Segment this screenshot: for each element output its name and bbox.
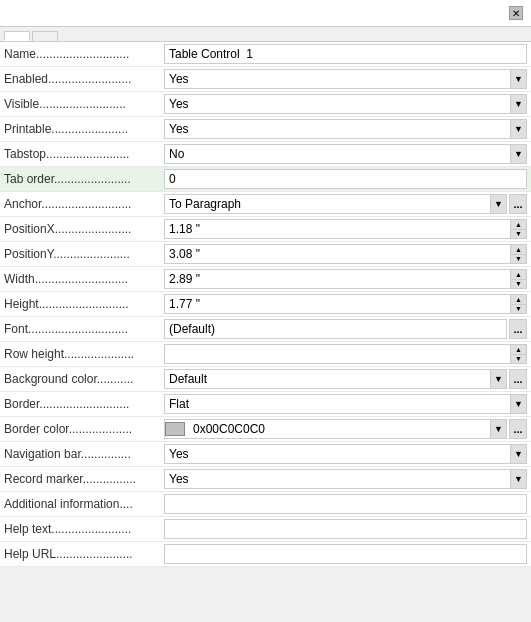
dropdown-field[interactable]: Default▼ — [164, 369, 507, 389]
prop-value-cell: To Paragraph▼... — [160, 192, 531, 217]
prop-label: Additional information.... — [0, 492, 160, 517]
ellipsis-button[interactable]: ... — [509, 369, 527, 389]
tab-general[interactable] — [4, 31, 30, 41]
table-row: Border...........................Flat▼ — [0, 392, 531, 417]
spin-down-button[interactable]: ▼ — [511, 280, 526, 289]
prop-value-cell: Yes▼ — [160, 467, 531, 492]
table-row: Help text........................ — [0, 517, 531, 542]
plain-text-input[interactable] — [164, 544, 527, 564]
dropdown-arrow-icon[interactable]: ▼ — [490, 195, 506, 213]
prop-label: PositionX....................... — [0, 217, 160, 242]
table-row: Navigation bar...............Yes▼ — [0, 442, 531, 467]
dropdown-field[interactable]: Yes▼ — [164, 444, 527, 464]
spin-value: 1.77 " — [165, 295, 510, 313]
color-value-text: 0x00C0C0C0 — [189, 422, 490, 436]
dropdown-arrow-icon[interactable]: ▼ — [510, 145, 526, 163]
spin-field[interactable]: 3.08 "▲▼ — [164, 244, 527, 264]
dropdown-field[interactable]: No▼ — [164, 144, 527, 164]
table-row: Height...........................1.77 "▲… — [0, 292, 531, 317]
prop-label: Record marker................ — [0, 467, 160, 492]
ellipsis-button[interactable]: ... — [509, 194, 527, 214]
close-button[interactable]: ✕ — [509, 6, 523, 20]
table-row: Additional information.... — [0, 492, 531, 517]
table-row: Visible..........................Yes▼ — [0, 92, 531, 117]
tabs-container — [0, 27, 531, 42]
prop-label: Name............................ — [0, 42, 160, 67]
spin-field[interactable]: 2.89 "▲▼ — [164, 269, 527, 289]
prop-value-cell: Yes▼ — [160, 117, 531, 142]
spin-value: 3.08 " — [165, 245, 510, 263]
dropdown-arrow-icon[interactable]: ▼ — [510, 120, 526, 138]
dropdown-arrow-icon[interactable]: ▼ — [510, 70, 526, 88]
title-bar: ✕ — [0, 0, 531, 27]
prop-value-cell: Yes▼ — [160, 67, 531, 92]
table-row: PositionY.......................3.08 "▲▼ — [0, 242, 531, 267]
dropdown-field[interactable]: Flat▼ — [164, 394, 527, 414]
dropdown-field[interactable]: Yes▼ — [164, 69, 527, 89]
prop-label: Border........................... — [0, 392, 160, 417]
spin-buttons: ▲▼ — [510, 295, 526, 313]
spin-up-button[interactable]: ▲ — [511, 345, 526, 355]
dropdown-arrow-icon[interactable]: ▼ — [510, 95, 526, 113]
table-row: Record marker................Yes▼ — [0, 467, 531, 492]
ellipsis-button[interactable]: ... — [509, 419, 527, 439]
tab-order-input[interactable] — [164, 169, 527, 189]
prop-value-cell — [160, 167, 531, 192]
spin-buttons: ▲▼ — [510, 345, 526, 363]
dropdown-field[interactable]: Yes▼ — [164, 469, 527, 489]
prop-value-cell — [160, 542, 531, 567]
prop-label: Visible.......................... — [0, 92, 160, 117]
prop-value-cell — [160, 517, 531, 542]
spin-up-button[interactable]: ▲ — [511, 270, 526, 280]
spin-field[interactable]: 1.77 "▲▼ — [164, 294, 527, 314]
table-row: Tabstop.........................No▼ — [0, 142, 531, 167]
dropdown-arrow-icon[interactable]: ▼ — [490, 370, 506, 388]
dropdown-text: Yes — [165, 472, 510, 486]
table-row: Background color...........Default▼... — [0, 367, 531, 392]
plain-text-input[interactable] — [164, 519, 527, 539]
spin-buttons: ▲▼ — [510, 220, 526, 238]
tab-events[interactable] — [32, 31, 58, 41]
spin-down-button[interactable]: ▼ — [511, 255, 526, 264]
spin-up-button[interactable]: ▲ — [511, 220, 526, 230]
dropdown-arrow-icon[interactable]: ▼ — [510, 445, 526, 463]
dropdown-text: Default — [165, 372, 490, 386]
dropdown-text: Yes — [165, 97, 510, 111]
spin-value: 2.89 " — [165, 270, 510, 288]
spin-value: 1.18 " — [165, 220, 510, 238]
dropdown-field[interactable]: Yes▼ — [164, 119, 527, 139]
prop-value-cell: ▲▼ — [160, 342, 531, 367]
prop-label: Anchor........................... — [0, 192, 160, 217]
ellipsis-button[interactable]: ... — [509, 319, 527, 339]
prop-value-cell: 1.77 "▲▼ — [160, 292, 531, 317]
dropdown-field[interactable]: To Paragraph▼ — [164, 194, 507, 214]
dropdown-field[interactable]: Yes▼ — [164, 94, 527, 114]
plain-text-input[interactable] — [164, 494, 527, 514]
dropdown-arrow-icon[interactable]: ▼ — [490, 420, 506, 438]
properties-scroll: Name............................Enabled.… — [0, 42, 531, 612]
dropdown-text: To Paragraph — [165, 197, 490, 211]
prop-value-cell: No▼ — [160, 142, 531, 167]
spin-field[interactable]: ▲▼ — [164, 344, 527, 364]
color-dropdown-field[interactable]: 0x00C0C0C0▼ — [164, 419, 507, 439]
name-input[interactable] — [164, 44, 527, 64]
table-row: Font................................. — [0, 317, 531, 342]
table-row: Anchor...........................To Para… — [0, 192, 531, 217]
prop-label: Row height..................... — [0, 342, 160, 367]
font-input[interactable] — [164, 319, 507, 339]
dropdown-text: Yes — [165, 447, 510, 461]
spin-value — [165, 345, 510, 363]
prop-value-cell: Flat▼ — [160, 392, 531, 417]
spin-down-button[interactable]: ▼ — [511, 355, 526, 364]
prop-label: Enabled......................... — [0, 67, 160, 92]
spin-up-button[interactable]: ▲ — [511, 295, 526, 305]
spin-down-button[interactable]: ▼ — [511, 305, 526, 314]
spin-down-button[interactable]: ▼ — [511, 230, 526, 239]
dropdown-arrow-icon[interactable]: ▼ — [510, 470, 526, 488]
table-row: Name............................ — [0, 42, 531, 67]
prop-label: Help URL....................... — [0, 542, 160, 567]
dropdown-text: Yes — [165, 122, 510, 136]
dropdown-arrow-icon[interactable]: ▼ — [510, 395, 526, 413]
spin-field[interactable]: 1.18 "▲▼ — [164, 219, 527, 239]
spin-up-button[interactable]: ▲ — [511, 245, 526, 255]
